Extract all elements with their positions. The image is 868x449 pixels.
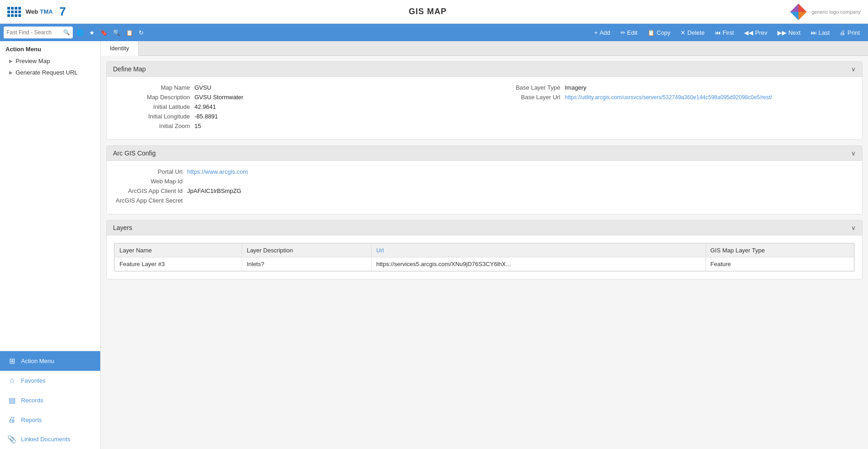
base-layer-url-label: Base Layer Url xyxy=(492,94,565,101)
initial-zoom-value: 15 xyxy=(194,123,201,129)
next-icon: ▶▶ xyxy=(777,29,787,36)
sidebar-nav-favorites[interactable]: ☆ Favorites xyxy=(0,371,100,390)
add-icon: + xyxy=(594,29,598,36)
arcgis-app-client-id-label: ArcGIS App Client Id xyxy=(114,187,187,194)
sidebar-nav-linked-documents[interactable]: 📎 Linked Documents xyxy=(0,429,100,449)
company-logo: generic logo company xyxy=(789,3,861,21)
base-layer-type-label: Base Layer Type xyxy=(492,84,565,91)
company-name: generic logo company xyxy=(811,9,861,15)
layers-table-head: Layer Name Layer Description Url GIS Map… xyxy=(115,244,854,257)
logo-grid-icon xyxy=(7,7,21,17)
portal-url-value: https://www.arcgis.com xyxy=(187,168,248,175)
row-layer-description: Inlets? xyxy=(242,257,372,271)
last-icon: ⏭ xyxy=(811,29,817,36)
layers-header[interactable]: Layers ∨ xyxy=(107,220,862,235)
arcgis-app-client-id-value: JpAFAlC1lrBSmpZG xyxy=(187,187,241,194)
content-scroll: Define Map ∨ Map Name GVSU Map Descripti… xyxy=(101,56,868,449)
print-button[interactable]: 🖨 Print xyxy=(835,27,864,38)
arc-gis-config-header[interactable]: Arc GIS Config ∨ xyxy=(107,146,862,161)
sidebar-nav-records-label: Records xyxy=(21,397,43,404)
svg-marker-2 xyxy=(790,4,798,12)
prev-label: Prev xyxy=(755,29,767,36)
sidebar: Action Menu ▶ Preview Map ▶ Generate Req… xyxy=(0,41,101,449)
tab-identity[interactable]: Identity xyxy=(101,41,139,56)
initial-latitude-value: 42.9641 xyxy=(194,103,216,110)
arcgis-app-client-secret-label: ArcGIS App Client Secret xyxy=(114,197,187,204)
col-layer-description: Layer Description xyxy=(242,244,372,257)
sidebar-item-generate-request[interactable]: ▶ Generate Request URL xyxy=(0,67,100,78)
last-label: Last xyxy=(819,29,830,36)
row-url: https://services5.arcgis.com/XNu9jD76S3C… xyxy=(372,257,706,271)
initial-longitude-value: -85.8891 xyxy=(194,113,218,120)
sidebar-item-preview-map[interactable]: ▶ Preview Map xyxy=(0,55,100,67)
sidebar-nav-reports[interactable]: 🖨 Reports xyxy=(0,410,100,429)
layers-body: Layer Name Layer Description Url GIS Map… xyxy=(107,235,862,279)
define-map-left-col: Map Name GVSU Map Description GVSU Storm… xyxy=(114,84,485,132)
last-button[interactable]: ⏭ Last xyxy=(806,27,835,38)
arcgis-app-client-id-row: ArcGIS App Client Id JpAFAlC1lrBSmpZG xyxy=(114,187,855,194)
row-layer-name: Feature Layer #3 xyxy=(115,257,242,271)
map-name-label: Map Name xyxy=(121,84,194,91)
chevron-right-icon2: ▶ xyxy=(9,70,13,75)
base-layer-type-value: Imagery xyxy=(565,84,587,91)
initial-zoom-row: Initial Zoom 15 xyxy=(121,123,477,129)
favorites-icon: ☆ xyxy=(7,376,16,385)
row-gis-map-layer-type: Feature xyxy=(706,257,854,271)
layers-section: Layers ∨ Layer Name Layer Description Ur… xyxy=(106,220,863,279)
first-icon: ⏮ xyxy=(715,29,721,36)
edit-label: Edit xyxy=(627,29,637,36)
delete-button[interactable]: ✕ Delete xyxy=(676,27,709,38)
records-icon: ▤ xyxy=(7,396,16,405)
edit-button[interactable]: ✏ Edit xyxy=(616,27,642,38)
sidebar-nav-reports-label: Reports xyxy=(21,417,42,423)
search2-icon-button[interactable]: 🔍 xyxy=(111,27,122,38)
layers-table: Layer Name Layer Description Url GIS Map… xyxy=(114,243,854,271)
sidebar-nav-records[interactable]: ▤ Records xyxy=(0,390,100,410)
sidebar-nav-action-menu[interactable]: ⊞ Action Menu xyxy=(0,351,100,371)
col-url: Url xyxy=(372,244,706,257)
reports-icon: 🖨 xyxy=(7,416,16,424)
define-map-collapse-icon: ∨ xyxy=(851,65,856,73)
sidebar-nav-action-menu-label: Action Menu xyxy=(21,358,54,364)
prev-button[interactable]: ◀◀ Prev xyxy=(739,27,772,38)
search-input[interactable] xyxy=(6,29,61,36)
tab-bar: Identity xyxy=(101,41,868,56)
bookmark-icon-button[interactable]: 🔖 xyxy=(98,27,109,38)
search-icon: 🔍 xyxy=(63,29,70,36)
layers-table-body: Feature Layer #3 Inlets? https://service… xyxy=(115,257,854,271)
linked-docs-icon: 📎 xyxy=(7,435,16,444)
base-layer-url-value: https://utility.arcgis.com/usrsvcs/serve… xyxy=(565,94,772,101)
first-label: First xyxy=(722,29,734,36)
col-layer-name: Layer Name xyxy=(115,244,242,257)
web-map-id-label: Web Map Id xyxy=(114,178,187,185)
web-map-id-row: Web Map Id xyxy=(114,178,855,185)
delete-label: Delete xyxy=(687,29,705,36)
refresh-icon-button[interactable]: ↻ xyxy=(137,27,146,38)
logo-tma: TMA xyxy=(40,8,53,15)
base-layer-type-row: Base Layer Type Imagery xyxy=(492,84,848,91)
sidebar-nav-linked-docs-label: Linked Documents xyxy=(21,436,70,443)
layers-title: Layers xyxy=(113,224,132,231)
clipboard-icon-button[interactable]: 📋 xyxy=(124,27,135,38)
table-row: Feature Layer #3 Inlets? https://service… xyxy=(115,257,854,271)
define-map-header[interactable]: Define Map ∨ xyxy=(107,62,862,77)
search-box[interactable]: 🔍 xyxy=(4,27,73,38)
star-icon-button[interactable]: ★ xyxy=(87,27,97,38)
define-map-form: Map Name GVSU Map Description GVSU Storm… xyxy=(114,84,855,132)
layers-collapse-icon: ∨ xyxy=(851,224,856,231)
sidebar-preview-map-label: Preview Map xyxy=(16,58,50,64)
map-name-row: Map Name GVSU xyxy=(121,84,477,91)
copy-icon: 📋 xyxy=(647,29,655,36)
svg-marker-4 xyxy=(798,12,807,20)
next-button[interactable]: ▶▶ Next xyxy=(773,27,805,38)
globe-icon-button[interactable]: 🌐 xyxy=(75,27,86,38)
copy-button[interactable]: 📋 Copy xyxy=(643,27,675,38)
add-button[interactable]: + Add xyxy=(590,27,615,38)
prev-icon: ◀◀ xyxy=(744,29,753,36)
first-button[interactable]: ⏮ First xyxy=(710,27,739,38)
sidebar-generate-request-label: Generate Request URL xyxy=(16,69,78,76)
copy-label: Copy xyxy=(657,29,670,36)
company-diamond-icon xyxy=(789,3,808,21)
initial-zoom-label: Initial Zoom xyxy=(121,123,194,129)
main-layout: Action Menu ▶ Preview Map ▶ Generate Req… xyxy=(0,41,868,449)
